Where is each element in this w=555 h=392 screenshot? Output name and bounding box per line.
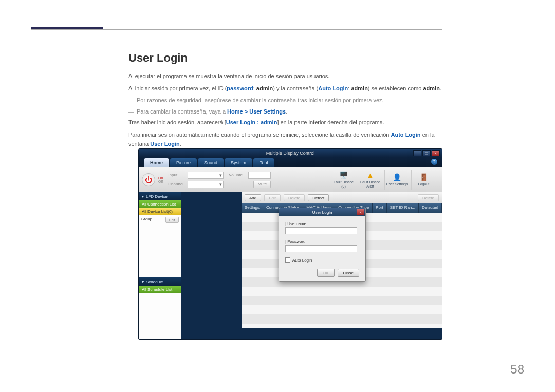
- all-connection-list[interactable]: All Connection List: [139, 200, 181, 208]
- maximize-button[interactable]: □: [422, 150, 431, 156]
- fault-device-button[interactable]: 🖥️ Fault Device (0): [331, 170, 356, 190]
- heading: User Login: [128, 51, 447, 65]
- intro-para: Al ejecutar el programa se muestra la ve…: [128, 72, 447, 81]
- password-label: Password: [285, 239, 359, 244]
- add-button[interactable]: Add: [245, 194, 261, 201]
- on-label: On: [158, 176, 163, 180]
- after-login-para: Tras haber iniciado sesión, aparecerá [U…: [128, 118, 447, 127]
- dialog-title: User Login: [312, 210, 332, 215]
- group-label: Group: [141, 217, 152, 221]
- col-detected[interactable]: Detected: [419, 203, 442, 213]
- sidebar: ▾ LFD Device All Connection List All Dev…: [139, 192, 181, 328]
- volume-field[interactable]: [248, 172, 271, 179]
- user-icon: 👤: [392, 173, 403, 182]
- monitor-warning-icon: 🖥️: [338, 171, 349, 180]
- detect-button[interactable]: Detect: [308, 194, 329, 201]
- close-dialog-button[interactable]: Close: [338, 269, 359, 277]
- input-select[interactable]: ▾: [188, 172, 224, 179]
- page-number: 58: [510, 362, 524, 377]
- volume-label: Volume: [229, 173, 246, 177]
- delete-button[interactable]: Delete: [284, 194, 305, 201]
- col-setid[interactable]: SET ID Ran...: [387, 203, 419, 213]
- edit-group-button[interactable]: Edit: [165, 217, 179, 223]
- close-button[interactable]: ×: [432, 150, 440, 156]
- document-body: User Login Al ejecutar el programa se mu…: [128, 51, 447, 152]
- action-bar: Add Edit Delete Detect Delete: [242, 192, 442, 203]
- off-label: Off: [158, 180, 163, 183]
- auto-login-checkbox[interactable]: [285, 257, 290, 263]
- tab-tool[interactable]: Tool: [253, 158, 274, 167]
- password-input[interactable]: [285, 245, 357, 252]
- all-schedule-list[interactable]: All Schedule List: [139, 286, 181, 293]
- tab-row: Home Picture Sound System Tool ?: [139, 157, 442, 167]
- first-login-para: Al iniciar sesión por primera vez, el ID…: [128, 84, 447, 94]
- col-settings[interactable]: Settings: [242, 203, 263, 213]
- dialog-titlebar: User Login ×: [279, 208, 365, 216]
- channel-label: Channel: [168, 182, 186, 186]
- username-label: Username: [285, 221, 359, 226]
- warning-icon: ▲: [365, 171, 376, 180]
- app-title: Multiple Display Control: [266, 151, 315, 156]
- door-icon: 🚪: [418, 173, 430, 182]
- app-window: Multiple Display Control – □ × Home Pict…: [139, 149, 442, 339]
- minimize-button[interactable]: –: [413, 150, 421, 156]
- tab-home[interactable]: Home: [144, 158, 169, 167]
- tab-system[interactable]: System: [225, 158, 252, 167]
- help-button[interactable]: ?: [431, 158, 438, 165]
- header-rule: [31, 27, 442, 33]
- titlebar: Multiple Display Control – □ ×: [139, 149, 442, 157]
- security-note: Por razones de seguridad, asegúrese de c…: [128, 96, 447, 105]
- edit-button[interactable]: Edit: [264, 194, 281, 201]
- delete2-button[interactable]: Delete: [418, 194, 439, 201]
- tab-picture[interactable]: Picture: [170, 158, 197, 167]
- mute-button[interactable]: Mute: [253, 181, 271, 188]
- lfd-device-header[interactable]: ▾ LFD Device: [139, 192, 181, 200]
- schedule-header[interactable]: ▾ Schedule: [139, 277, 181, 286]
- channel-select[interactable]: ▾: [188, 181, 224, 188]
- all-device-list[interactable]: All Device List(0): [139, 208, 181, 215]
- change-password-note: Para cambiar la contraseña, vaya a Home …: [128, 107, 447, 117]
- col-port[interactable]: Port: [373, 203, 387, 213]
- user-login-dialog: User Login × Username Password Auto Logi…: [279, 208, 366, 282]
- tab-sound[interactable]: Sound: [198, 158, 224, 167]
- chevron-down-icon: ▾: [142, 194, 144, 199]
- user-settings-button[interactable]: 👤 User Settings: [384, 170, 409, 190]
- ok-button[interactable]: OK: [317, 269, 335, 277]
- auto-login-label: Auto Login: [292, 258, 312, 263]
- fault-alert-button[interactable]: ▲ Fault Device Alert: [358, 170, 382, 190]
- dialog-close-button[interactable]: ×: [357, 209, 364, 215]
- group-row: Group Edit: [139, 215, 181, 223]
- logout-button[interactable]: 🚪 Logout: [411, 170, 436, 190]
- username-input[interactable]: [285, 227, 357, 234]
- power-icon[interactable]: ⏻: [142, 173, 155, 186]
- auto-login-para: Para iniciar sesión automáticamente cuan…: [128, 130, 447, 148]
- chevron-down-icon: ▾: [142, 279, 144, 284]
- toolbar: ⏻ On Off Input ▾ Channel ▾ Volume: [139, 167, 442, 192]
- input-label: Input: [168, 173, 186, 177]
